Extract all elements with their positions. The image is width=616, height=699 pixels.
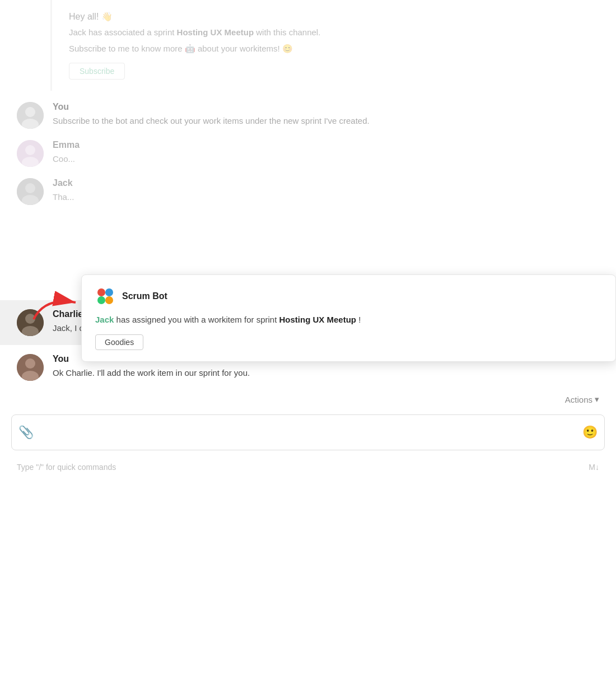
actions-bar: Actions ▾ bbox=[0, 390, 616, 409]
message-input-area: 📎 🙂 bbox=[11, 414, 605, 450]
actions-dropdown[interactable]: Actions ▾ bbox=[565, 394, 599, 404]
svg-point-7 bbox=[25, 183, 35, 193]
popup-message-text: Jack has assigned you with a workitem fo… bbox=[95, 313, 602, 327]
subscribe-button[interactable]: Subscribe bbox=[69, 63, 125, 80]
emma-message-content: Emma Coo... bbox=[53, 140, 599, 166]
jack-avatar bbox=[17, 178, 44, 205]
footer-hint: Type "/" for quick commands M↓ bbox=[0, 456, 616, 483]
popup-sprint-name: Hosting UX Meetup bbox=[279, 315, 357, 324]
quick-commands-hint: Type "/" for quick commands bbox=[17, 463, 116, 472]
jack-sender-name: Jack bbox=[53, 178, 599, 188]
you-bottom-avatar bbox=[17, 354, 44, 381]
sprint-name-bold: Hosting UX Meetup bbox=[177, 27, 254, 37]
emma-sender-name: Emma bbox=[53, 140, 599, 150]
sprint-msg-1: Jack has associated a sprint bbox=[69, 27, 177, 37]
you-bottom-message-text: Ok Charlie. I'll add the work item in ou… bbox=[53, 366, 599, 380]
actions-label: Actions bbox=[565, 395, 592, 404]
you-top-sender-name: You bbox=[53, 102, 599, 112]
you-top-message-row: You Subscribe to the bot and check out y… bbox=[0, 96, 616, 134]
scroll-hint: M↓ bbox=[589, 463, 599, 472]
scrum-bot-popup: Scrum Bot Jack has assigned you with a w… bbox=[81, 274, 616, 362]
svg-point-12 bbox=[97, 296, 105, 304]
jack-message-text: Tha... bbox=[53, 190, 599, 204]
attach-icon[interactable]: 📎 bbox=[18, 425, 34, 440]
svg-point-13 bbox=[105, 296, 113, 304]
red-arrow-indicator bbox=[28, 291, 84, 327]
popup-jack-link[interactable]: Jack bbox=[95, 315, 114, 324]
sprint-association-msg: Jack has associated a sprint Hosting UX … bbox=[69, 26, 599, 39]
scrum-bot-name-label: Scrum Bot bbox=[122, 291, 167, 301]
jack-message-content: Jack Tha... bbox=[53, 178, 599, 204]
you-top-message-text: Subscribe to the bot and check out your … bbox=[53, 114, 599, 128]
svg-point-10 bbox=[97, 288, 105, 296]
jack-message-row: Jack Tha... bbox=[0, 173, 616, 211]
popup-header: Scrum Bot bbox=[95, 286, 602, 306]
chat-container: Hey all! 👋 Jack has associated a sprint … bbox=[0, 0, 616, 699]
svg-point-4 bbox=[25, 145, 35, 155]
scrum-bot-logo-icon bbox=[95, 286, 115, 306]
emma-message-text: Coo... bbox=[53, 152, 599, 166]
you-top-message-content: You Subscribe to the bot and check out y… bbox=[53, 102, 599, 128]
emoji-icon[interactable]: 🙂 bbox=[582, 425, 598, 440]
svg-point-11 bbox=[105, 288, 113, 296]
chevron-down-icon: ▾ bbox=[595, 394, 599, 404]
sprint-msg-2: with this channel. bbox=[254, 27, 320, 37]
emma-message-row: Emma Coo... bbox=[0, 134, 616, 173]
popup-msg-part2: ! bbox=[356, 315, 361, 324]
bot-intro-section: Hey all! 👋 Jack has associated a sprint … bbox=[50, 0, 616, 91]
goodies-button[interactable]: Goodies bbox=[95, 334, 143, 350]
popup-msg-part1: has assigned you with a workitem for spr… bbox=[114, 315, 279, 324]
svg-point-18 bbox=[25, 358, 35, 369]
you-top-avatar bbox=[17, 102, 44, 129]
message-input[interactable] bbox=[40, 428, 576, 437]
emma-avatar bbox=[17, 140, 44, 167]
svg-point-1 bbox=[25, 107, 35, 117]
hey-all-text: Hey all! 👋 bbox=[69, 11, 599, 22]
subscribe-hint: Subscribe to me to know more 🤖 about you… bbox=[69, 43, 599, 55]
